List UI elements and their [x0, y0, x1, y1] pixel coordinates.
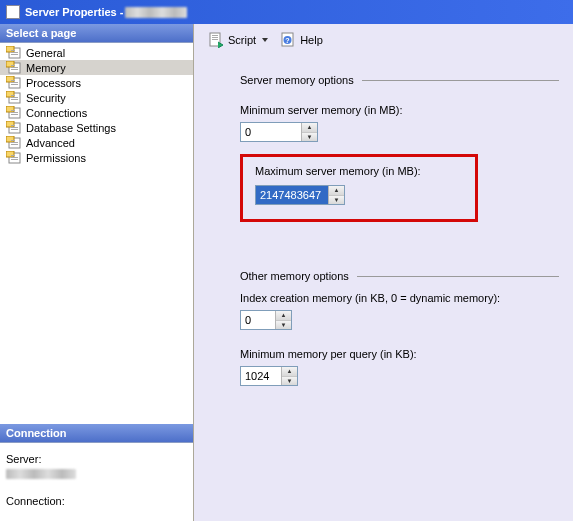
index-memory-updown[interactable]: ▲▼ — [275, 311, 291, 329]
app-icon — [6, 5, 20, 19]
svg-rect-16 — [6, 91, 14, 97]
page-icon — [6, 136, 22, 149]
page-icon — [6, 106, 22, 119]
help-button[interactable]: ? Help — [276, 30, 327, 50]
chevron-down-icon — [262, 38, 268, 42]
script-label: Script — [228, 34, 256, 46]
titlebar: Server Properties - — [0, 0, 573, 24]
sidebar-item-label: Memory — [26, 62, 66, 74]
main-layout: Select a page GeneralMemoryProcessorsSec… — [0, 24, 573, 521]
toolbar: Script ? Help — [194, 24, 573, 56]
memory-page-content: Server memory options Minimum server mem… — [194, 56, 573, 386]
page-icon — [6, 151, 22, 164]
up-arrow-icon[interactable]: ▲ — [276, 311, 291, 321]
svg-rect-12 — [11, 80, 15, 81]
help-icon: ? — [280, 32, 296, 48]
sidebar-item-memory[interactable]: Memory — [0, 60, 193, 75]
script-icon — [208, 32, 224, 48]
max-memory-label: Maximum server memory (in MB): — [255, 165, 463, 177]
svg-rect-27 — [11, 125, 15, 126]
up-arrow-icon[interactable]: ▲ — [282, 367, 297, 377]
svg-rect-2 — [11, 50, 15, 51]
svg-rect-42 — [212, 37, 218, 38]
right-panel: Script ? Help Server memory options Mini… — [194, 24, 573, 521]
index-memory-label: Index creation memory (in KB, 0 = dynami… — [240, 292, 559, 304]
page-icon — [6, 61, 22, 74]
minquery-updown[interactable]: ▲▼ — [281, 367, 297, 385]
down-arrow-icon[interactable]: ▼ — [276, 321, 291, 330]
page-icon — [6, 76, 22, 89]
svg-rect-8 — [11, 67, 18, 68]
window-title-prefix: Server Properties - — [25, 6, 123, 18]
svg-rect-21 — [6, 106, 14, 112]
server-memory-options-label: Server memory options — [240, 74, 354, 86]
left-spacer — [0, 167, 193, 424]
svg-rect-41 — [212, 35, 218, 36]
min-memory-input[interactable] — [241, 123, 301, 141]
up-arrow-icon[interactable]: ▲ — [329, 186, 344, 196]
svg-rect-19 — [11, 99, 18, 100]
minquery-spinner[interactable]: ▲▼ — [240, 366, 298, 386]
select-page-header: Select a page — [0, 24, 193, 43]
sidebar-item-processors[interactable]: Processors — [0, 75, 193, 90]
down-arrow-icon[interactable]: ▼ — [282, 377, 297, 386]
sidebar-item-advanced[interactable]: Advanced — [0, 135, 193, 150]
svg-rect-39 — [11, 159, 18, 160]
svg-rect-3 — [11, 52, 18, 53]
svg-rect-29 — [11, 129, 18, 130]
svg-rect-23 — [11, 112, 18, 113]
sidebar-item-permissions[interactable]: Permissions — [0, 150, 193, 165]
max-memory-updown[interactable]: ▲▼ — [328, 186, 344, 204]
other-memory-options-label: Other memory options — [240, 270, 349, 282]
sidebar-item-label: Permissions — [26, 152, 86, 164]
svg-rect-7 — [11, 65, 15, 66]
sidebar-item-general[interactable]: General — [0, 45, 193, 60]
svg-rect-18 — [11, 97, 18, 98]
svg-rect-43 — [212, 39, 218, 40]
connection-label: Connection: — [6, 495, 187, 507]
svg-rect-22 — [11, 110, 15, 111]
svg-rect-13 — [11, 82, 18, 83]
sidebar-item-database-settings[interactable]: Database Settings — [0, 120, 193, 135]
connection-panel: Server: Connection: — [0, 443, 193, 521]
script-button[interactable]: Script — [204, 30, 272, 50]
sidebar-item-label: Database Settings — [26, 122, 116, 134]
svg-rect-4 — [11, 54, 18, 55]
up-arrow-icon[interactable]: ▲ — [302, 123, 317, 133]
svg-rect-37 — [11, 155, 15, 156]
svg-rect-14 — [11, 84, 18, 85]
down-arrow-icon[interactable]: ▼ — [329, 196, 344, 205]
svg-rect-9 — [11, 69, 18, 70]
connection-header: Connection — [0, 424, 193, 443]
sidebar-item-label: Processors — [26, 77, 81, 89]
index-memory-spinner[interactable]: ▲▼ — [240, 310, 292, 330]
sidebar-item-connections[interactable]: Connections — [0, 105, 193, 120]
minquery-label: Minimum memory per query (in KB): — [240, 348, 559, 360]
svg-rect-34 — [11, 144, 18, 145]
group-divider — [362, 80, 559, 81]
svg-rect-6 — [6, 61, 14, 67]
down-arrow-icon[interactable]: ▼ — [302, 133, 317, 142]
server-label: Server: — [6, 453, 187, 465]
svg-rect-26 — [6, 121, 14, 127]
sidebar-item-label: Advanced — [26, 137, 75, 149]
index-memory-input[interactable] — [241, 311, 275, 329]
min-memory-updown[interactable]: ▲▼ — [301, 123, 317, 141]
other-memory-options-group: Other memory options — [240, 270, 559, 282]
window-title-servername — [125, 7, 187, 18]
max-memory-input[interactable] — [256, 186, 328, 204]
svg-rect-28 — [11, 127, 18, 128]
page-icon — [6, 46, 22, 59]
svg-rect-33 — [11, 142, 18, 143]
server-memory-options-group: Server memory options — [240, 74, 559, 86]
sidebar-item-label: General — [26, 47, 65, 59]
svg-text:?: ? — [285, 37, 289, 44]
min-memory-spinner[interactable]: ▲▼ — [240, 122, 318, 142]
minquery-input[interactable] — [241, 367, 281, 385]
page-icon — [6, 121, 22, 134]
svg-rect-17 — [11, 95, 15, 96]
max-memory-spinner[interactable]: ▲▼ — [255, 185, 345, 205]
server-value — [6, 469, 76, 479]
page-icon — [6, 91, 22, 104]
sidebar-item-security[interactable]: Security — [0, 90, 193, 105]
